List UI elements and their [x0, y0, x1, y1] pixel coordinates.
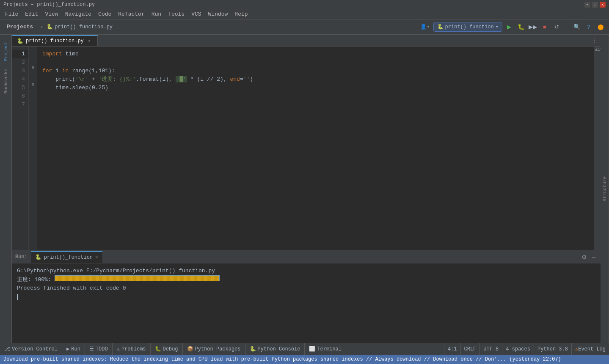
bottom-todo[interactable]: ☰ TODO — [85, 343, 113, 355]
code-line-6 — [42, 92, 589, 101]
window-title: Projects – print()_function.py — [3, 2, 584, 8]
todo-icon: ☰ — [89, 346, 94, 352]
help-button[interactable]: ? — [584, 22, 594, 32]
bottom-python-packages[interactable]: 📦 Python Packages — [183, 343, 245, 355]
sidebar-project[interactable]: Project — [2, 38, 10, 64]
menu-code[interactable]: Code — [95, 10, 115, 18]
stop-button[interactable]: ■ — [540, 22, 550, 32]
progress-bar-container — [55, 275, 220, 284]
run-config-icon: 🐍 — [437, 24, 444, 30]
gutter-body — [595, 52, 600, 249]
maximize-button[interactable]: □ — [592, 2, 598, 8]
status-text: Download pre-built shared indexes: Reduc… — [3, 356, 561, 362]
profile-icon[interactable]: 👤▾ — [420, 24, 430, 30]
run-icon: ▶ — [66, 346, 69, 352]
run-minimize-button[interactable]: – — [590, 253, 597, 261]
fold-3[interactable]: ⊖ — [29, 63, 37, 72]
code-line-1: import time — [42, 50, 589, 58]
event-log[interactable]: ⚠ Event Log — [571, 343, 609, 355]
run-panel-tools: ⚙ – — [580, 253, 597, 261]
code-line-3: for i in range(1,101): — [42, 67, 589, 75]
fold-gutter: ⊖ ⊖ — [29, 47, 37, 250]
run-tab-icon: 🐍 — [35, 254, 41, 260]
fold-5[interactable]: ⊖ — [29, 80, 37, 89]
run-tab-close[interactable]: × — [95, 255, 98, 260]
project-label: Projects — [3, 24, 36, 30]
menu-window[interactable]: Window — [205, 10, 231, 18]
tab-close-button[interactable]: × — [86, 38, 92, 44]
tab-file-icon: 🐍 — [17, 38, 23, 44]
run-output-line-1: G:\Python\python.exe F:/Pycharm/Projects… — [17, 267, 595, 275]
title-bar: Projects – print()_function.py – □ ✕ — [0, 0, 609, 9]
bottom-version-control[interactable]: ⎇ Version Control — [0, 343, 62, 355]
editor-container: 🐍 print()_function.py × ⋮ 1 2 3 4 5 6 7 — [12, 35, 601, 343]
main-area: Project Bookmarks 🐍 print()_function.py … — [0, 35, 609, 343]
run-config-name: print()_function — [445, 24, 494, 30]
editor-tab-active[interactable]: 🐍 print()_function.py × — [12, 35, 98, 46]
run-panel: Run: 🐍 print()_function × ⚙ – G:\Python\… — [12, 250, 601, 343]
run-button[interactable]: ▶ — [504, 22, 514, 32]
event-icon: ⚠ — [575, 346, 578, 352]
run-bottom-label: Run — [71, 346, 80, 352]
search-button[interactable]: 🔍 — [572, 22, 582, 32]
run-output-line-3: Process finished with exit code 0 — [17, 284, 595, 293]
left-sidebar: Project Bookmarks — [0, 35, 12, 343]
menu-help[interactable]: Help — [231, 10, 251, 18]
menu-vcs[interactable]: VCS — [188, 10, 204, 18]
code-editor[interactable]: import time for i in range(1,101): print… — [37, 47, 594, 250]
bottom-run[interactable]: ▶ Run — [62, 343, 85, 355]
run-configuration[interactable]: 🐍 print()_function ▾ — [433, 22, 502, 32]
fold-7 — [29, 97, 37, 106]
window-controls: – □ ✕ — [584, 2, 606, 8]
menu-tools[interactable]: Tools — [165, 10, 188, 18]
line-ending[interactable]: CRLF — [460, 343, 480, 355]
file-name: print()_function.py — [55, 24, 113, 30]
debug-label: Debug — [163, 346, 178, 352]
line-num-4: 4 — [12, 75, 28, 84]
cursor-position[interactable]: 4:1 — [444, 343, 460, 355]
problems-label: Problems — [121, 346, 146, 352]
tab-more-button[interactable]: ⋮ — [588, 35, 601, 46]
file-breadcrumb: 🐍 print()_function.py — [47, 24, 113, 30]
bottom-python-console[interactable]: 🐍 Python Console — [245, 343, 305, 355]
sidebar-bookmarks[interactable]: Bookmarks — [2, 65, 10, 97]
menu-run[interactable]: Run — [148, 10, 165, 18]
debug-button[interactable]: 🐛 — [516, 22, 526, 32]
structure-panel: Structure — [601, 35, 609, 343]
avatar-button[interactable]: ⬤ — [595, 22, 606, 32]
line-numbers: 1 2 3 4 5 6 7 — [12, 47, 29, 250]
menu-refactor[interactable]: Refactor — [115, 10, 148, 18]
structure-label[interactable]: Structure — [602, 176, 607, 201]
bottom-problems[interactable]: ⚠ Problems — [113, 343, 151, 355]
menu-file[interactable]: File — [2, 10, 22, 18]
menu-edit[interactable]: Edit — [22, 10, 41, 18]
breadcrumb-separator: › — [40, 24, 43, 30]
fold-4 — [29, 72, 37, 80]
menu-bar: File Edit View Navigate Code Refactor Ru… — [0, 9, 609, 19]
problems-icon: ⚠ — [117, 346, 120, 352]
menu-view[interactable]: View — [41, 10, 61, 18]
encoding[interactable]: UTF-8 — [479, 343, 502, 355]
line-num-2: 2 — [12, 58, 28, 67]
cursor — [17, 294, 18, 300]
bottom-debug[interactable]: 🐛 Debug — [151, 343, 183, 355]
indent[interactable]: 4 spaces — [502, 343, 534, 355]
reload-button[interactable]: ↺ — [551, 22, 562, 32]
menu-navigate[interactable]: Navigate — [62, 10, 95, 18]
tab-bar: 🐍 print()_function.py × ⋮ — [12, 35, 601, 47]
close-button[interactable]: ✕ — [600, 2, 606, 8]
event-log-label: Event Log — [578, 346, 606, 352]
bottom-terminal[interactable]: ⬜ Terminal — [305, 343, 346, 355]
line-num-3: 3 — [12, 67, 28, 75]
line-num-1: 1 — [12, 50, 28, 58]
python-version[interactable]: Python 3.8 — [534, 343, 571, 355]
run-tab-name: print()_function — [44, 255, 93, 260]
coverage-button[interactable]: ▶▶ — [528, 22, 538, 32]
run-tab[interactable]: 🐍 print()_function × — [31, 251, 102, 263]
tab-file-name: print()_function.py — [26, 38, 84, 44]
run-settings-button[interactable]: ⚙ — [580, 253, 589, 261]
minimize-button[interactable]: – — [584, 2, 590, 8]
fold-2 — [29, 55, 37, 63]
run-cursor-line — [17, 293, 595, 301]
version-control-icon: ⎇ — [4, 346, 10, 352]
